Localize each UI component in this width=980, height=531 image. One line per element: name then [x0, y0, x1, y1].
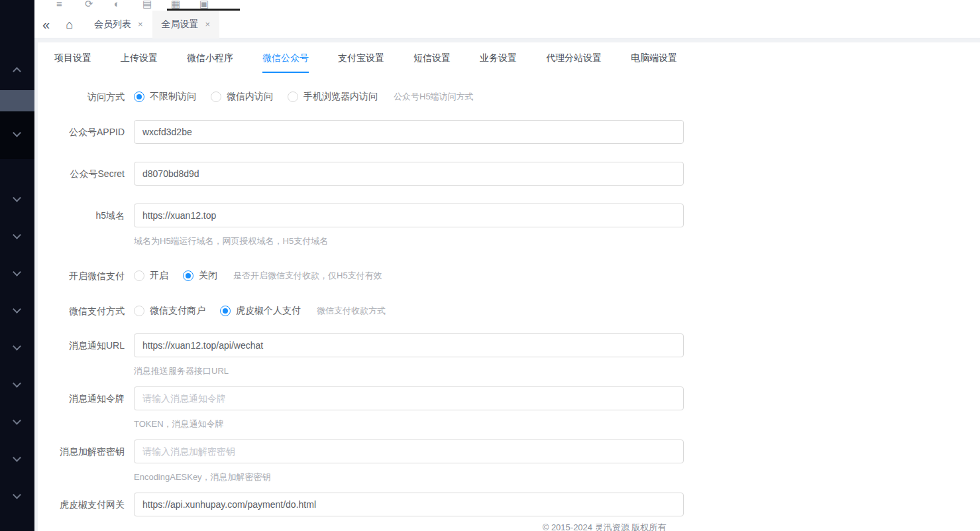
radio-icon	[288, 91, 298, 102]
settings-panel: 项目设置 上传设置 微信小程序 微信公众号 支付宝设置 短信设置 业务设置 代理…	[38, 42, 980, 531]
field-hint: 消息推送服务器接口URL	[134, 366, 684, 377]
menu-icon[interactable]: ≡	[56, 0, 62, 9]
collapse-sidebar-icon[interactable]: «	[42, 18, 50, 31]
radio-mobile-browser-access[interactable]: 手机浏览器内访问	[288, 91, 378, 103]
settings-form: 访问方式 不限制访问 微信内访问 手机浏览器内访问 公众号H5端访问方式 公众	[38, 73, 980, 516]
tab-business-settings[interactable]: 业务设置	[480, 42, 517, 73]
layout-icon[interactable]: ▤	[142, 0, 152, 10]
close-icon[interactable]: ×	[138, 19, 143, 29]
radio-wxpay-on[interactable]: 开启	[134, 270, 168, 282]
field-label: 消息通知令牌	[38, 386, 125, 410]
refresh-icon[interactable]: ⟳	[85, 0, 93, 10]
radio-icon	[134, 306, 144, 316]
radio-icon	[220, 306, 231, 316]
notify-url-input[interactable]	[134, 333, 684, 357]
chevron-down-icon[interactable]	[13, 416, 21, 425]
field-label: 消息通知URL	[38, 333, 125, 357]
radio-icon	[134, 91, 144, 102]
tab-member-list[interactable]: 会员列表 ×	[85, 11, 152, 38]
radio-label: 手机浏览器内访问	[303, 91, 378, 103]
field-label: 公众号Secret	[38, 162, 125, 186]
field-label: 微信支付方式	[38, 304, 125, 318]
chevron-down-icon[interactable]	[13, 268, 21, 276]
radio-wxpay-merchant[interactable]: 微信支付商户	[134, 305, 205, 317]
field-hint: 公众号H5端访问方式	[394, 91, 474, 103]
field-label: 消息加解密密钥	[38, 440, 125, 463]
copyright: © 2015-2024 灵汛资源 版权所有	[38, 522, 980, 531]
field-hint: EncodingAESKey，消息加解密密钥	[134, 472, 684, 483]
sidebar-item-active[interactable]	[0, 90, 34, 111]
tab-sms-settings[interactable]: 短信设置	[413, 42, 451, 73]
field-hint: TOKEN，消息通知令牌	[134, 419, 684, 430]
field-label: 虎皮椒支付网关	[38, 493, 125, 516]
tab-label: 全局设置	[162, 19, 199, 30]
tab-pc-settings[interactable]: 电脑端设置	[631, 42, 677, 73]
tab-global-settings[interactable]: 全局设置 ×	[152, 11, 220, 38]
chevron-down-icon[interactable]	[13, 231, 21, 239]
radio-label: 微信内访问	[227, 91, 273, 103]
chevron-up-icon[interactable]	[13, 67, 21, 76]
chevron-down-icon[interactable]	[13, 194, 21, 202]
chevron-down-icon[interactable]	[13, 491, 21, 499]
radio-hupijiao-personal[interactable]: 虎皮椒个人支付	[220, 305, 301, 317]
field-label: 访问方式	[38, 90, 125, 103]
field-label: h5域名	[38, 204, 125, 227]
tab-alipay-settings[interactable]: 支付宝设置	[338, 42, 384, 73]
h5-domain-input[interactable]	[134, 204, 684, 227]
aeskey-input[interactable]	[134, 440, 684, 463]
tab-agent-settings[interactable]: 代理分站设置	[546, 42, 602, 73]
chevron-down-icon[interactable]	[13, 342, 21, 351]
field-hint: 微信支付收款方式	[317, 305, 386, 317]
tab-wechat-miniapp[interactable]: 微信小程序	[187, 42, 233, 73]
tab-bar: « ⌂ 会员列表 × 全局设置 ×	[34, 11, 980, 38]
token-input[interactable]	[134, 386, 684, 410]
chevron-down-icon[interactable]	[13, 305, 21, 314]
radio-wechat-access[interactable]: 微信内访问	[211, 91, 273, 103]
tab-project-settings[interactable]: 项目设置	[54, 42, 91, 73]
gateway-input[interactable]	[134, 493, 684, 516]
radio-label: 关闭	[199, 270, 217, 282]
field-label: 开启微信支付	[38, 269, 125, 282]
tab-label: 会员列表	[94, 19, 131, 30]
sidebar	[0, 0, 34, 531]
theme-icon[interactable]: ◐	[114, 0, 120, 9]
radio-label: 虎皮椒个人支付	[236, 305, 301, 317]
header-bar: ≡ ⟳ ◐ ▤ ▦ ▣	[34, 0, 980, 11]
radio-label: 微信支付商户	[150, 305, 205, 317]
secret-input[interactable]	[134, 162, 684, 186]
tab-upload-settings[interactable]: 上传设置	[121, 42, 158, 73]
field-label: 公众号APPID	[38, 120, 125, 144]
radio-icon	[183, 270, 193, 281]
field-hint: 是否开启微信支付收款，仅H5支付有效	[233, 270, 382, 282]
chevron-down-icon[interactable]	[13, 379, 21, 388]
tab-wechat-official[interactable]: 微信公众号	[262, 42, 309, 73]
chevron-down-icon[interactable]	[13, 453, 21, 462]
settings-tabs: 项目设置 上传设置 微信小程序 微信公众号 支付宝设置 短信设置 业务设置 代理…	[38, 42, 980, 73]
radio-label: 开启	[150, 270, 168, 282]
radio-unrestricted-access[interactable]: 不限制访问	[134, 91, 196, 103]
radio-icon	[211, 91, 221, 102]
radio-icon	[134, 270, 144, 281]
appid-input[interactable]	[134, 120, 684, 144]
radio-label: 不限制访问	[150, 91, 196, 103]
home-icon[interactable]: ⌂	[66, 19, 73, 30]
close-icon[interactable]: ×	[205, 19, 211, 29]
radio-wxpay-off[interactable]: 关闭	[183, 270, 217, 282]
field-hint: 域名为H5端运行域名，网页授权域名，H5支付域名	[134, 236, 684, 247]
